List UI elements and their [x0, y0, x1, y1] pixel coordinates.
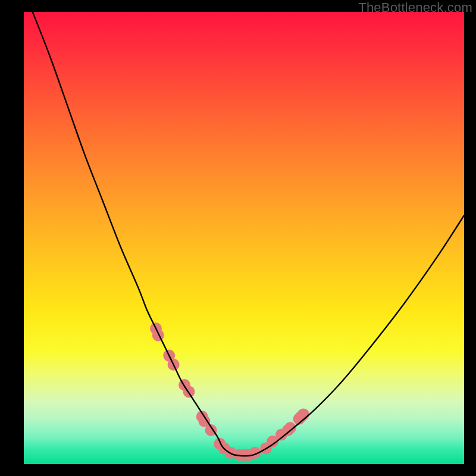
bottleneck-curve	[33, 12, 464, 456]
scatter-dot	[298, 408, 309, 420]
scatter-dot	[152, 329, 164, 341]
plot-area	[24, 12, 464, 464]
chart-canvas: TheBottleneck.com	[0, 0, 476, 476]
scatter-dots	[150, 322, 309, 461]
curve-layer	[24, 12, 464, 464]
